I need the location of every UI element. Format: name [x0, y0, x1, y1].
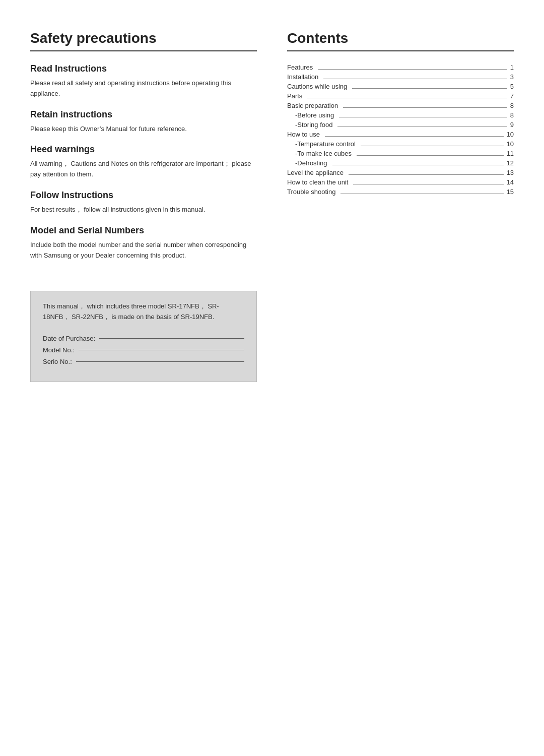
toc-label: Trouble shooting	[287, 188, 335, 196]
toc-page: 8	[510, 111, 514, 119]
toc-item: -Storing food9	[287, 121, 514, 129]
info-box-text: This manual， which includes three model …	[43, 301, 244, 323]
toc-page: 1	[510, 64, 514, 71]
section-text: Please keep this Owner’s Manual for futu…	[30, 124, 257, 135]
toc-item: Parts7	[287, 92, 514, 100]
toc-label: -Temperature control	[295, 140, 356, 148]
toc-page: 5	[510, 83, 514, 90]
toc-item: How to clean the unit14	[287, 178, 514, 186]
field-label: Model No.:	[43, 346, 75, 354]
toc-dots	[349, 174, 504, 175]
safety-sections: Read InstructionsPlease read all safety …	[30, 64, 257, 261]
section-heading: Model and Serial Numbers	[30, 225, 257, 236]
section-heading: Retain instructions	[30, 109, 257, 120]
toc-label: -Before using	[295, 111, 334, 119]
section-text: All warning， Cautions and Notes on this …	[30, 159, 257, 180]
toc-label: Cautions while using	[287, 83, 347, 90]
field-row: Serio No.:	[43, 358, 244, 365]
section-text: Please read all safety and operating ins…	[30, 78, 257, 99]
field-row: Model No.:	[43, 346, 244, 354]
toc-dots	[339, 117, 507, 117]
section-heading: Read Instructions	[30, 64, 257, 74]
toc-item: -Before using8	[287, 111, 514, 119]
field-line	[79, 350, 244, 350]
toc-label: How to use	[287, 131, 320, 138]
toc-item: Trouble shooting15	[287, 188, 514, 196]
field-label: Serio No.:	[43, 358, 72, 365]
toc-dots	[361, 146, 504, 146]
section-heading: Heed warnings	[30, 144, 257, 155]
toc-item: -Temperature control10	[287, 140, 514, 148]
section-text: For best results， follow all instruction…	[30, 205, 257, 215]
toc-page: 12	[507, 159, 514, 167]
toc-page: 11	[507, 150, 514, 157]
toc-label: Basic preparation	[287, 102, 338, 109]
section-text: Include both the model number and the se…	[30, 240, 257, 261]
toc-page: 9	[510, 121, 514, 129]
toc-dots	[352, 88, 507, 89]
toc-dots	[353, 184, 503, 184]
toc-item: Features1	[287, 64, 514, 71]
toc-item: Level the appliance13	[287, 169, 514, 176]
field-line	[99, 338, 244, 339]
contents-title: Contents	[287, 30, 514, 51]
toc-dots	[343, 107, 507, 108]
toc-dots	[357, 155, 504, 156]
toc-label: Installation	[287, 73, 318, 81]
toc-page: 8	[510, 102, 514, 109]
toc-label: How to clean the unit	[287, 178, 348, 186]
safety-precautions-title: Safety precautions	[30, 30, 257, 51]
toc-item: -Defrosting12	[287, 159, 514, 167]
info-fields: Date of Purchase:Model No.:Serio No.:	[43, 335, 244, 365]
info-box: This manual， which includes three model …	[30, 291, 257, 382]
toc-page: 13	[507, 169, 514, 176]
toc-page: 10	[507, 131, 514, 138]
page-layout: Safety precautions Read InstructionsPlea…	[30, 30, 514, 382]
toc-label: Level the appliance	[287, 169, 344, 176]
toc-dots	[325, 136, 503, 137]
section-heading: Follow Instructions	[30, 190, 257, 201]
toc-dots	[307, 98, 507, 98]
toc-dots	[337, 127, 507, 127]
toc-item: Cautions while using5	[287, 83, 514, 90]
toc-page: 3	[510, 73, 514, 81]
field-line	[76, 361, 244, 362]
toc-item: Installation3	[287, 73, 514, 81]
toc-dots	[323, 79, 507, 79]
left-column: Safety precautions Read InstructionsPlea…	[30, 30, 257, 382]
toc-dots	[341, 194, 503, 194]
toc-dots	[318, 69, 507, 70]
toc-list: Features1Installation3Cautions while usi…	[287, 64, 514, 196]
toc-label: Parts	[287, 92, 302, 100]
toc-page: 15	[507, 188, 514, 196]
toc-label: Features	[287, 64, 313, 71]
toc-label: -To make ice cubes	[295, 150, 352, 157]
field-label: Date of Purchase:	[43, 335, 95, 342]
right-column: Contents Features1Installation3Cautions …	[287, 30, 514, 382]
toc-item: How to use10	[287, 131, 514, 138]
toc-page: 10	[507, 140, 514, 148]
toc-dots	[332, 165, 504, 165]
toc-item: Basic preparation8	[287, 102, 514, 109]
toc-label: -Storing food	[295, 121, 332, 129]
toc-label: -Defrosting	[295, 159, 327, 167]
toc-page: 7	[510, 92, 514, 100]
toc-page: 14	[507, 178, 514, 186]
toc-item: -To make ice cubes11	[287, 150, 514, 157]
field-row: Date of Purchase:	[43, 335, 244, 342]
